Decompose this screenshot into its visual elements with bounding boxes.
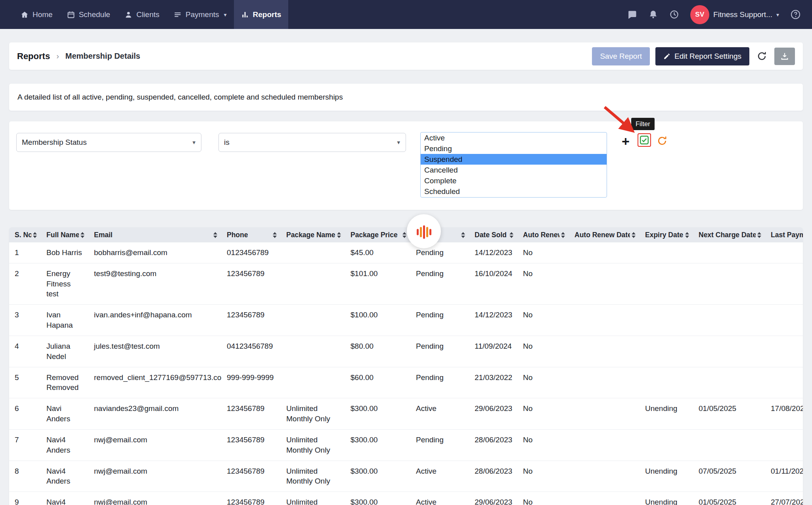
clock-icon[interactable] (669, 10, 679, 19)
table-cell: 29/06/2023 (469, 492, 517, 505)
column-header[interactable]: Auto Renew (517, 227, 569, 242)
table-cell: Pending (410, 336, 469, 367)
account-menu[interactable]: SV Fitness Support... ▾ (690, 5, 779, 24)
column-header[interactable]: Auto Renew Date (569, 227, 640, 242)
table-cell (765, 305, 803, 336)
top-nav: Home Schedule Clients Payments ▾ Reports… (0, 0, 812, 29)
nav-item-clients[interactable]: Clients (117, 0, 167, 29)
table-cell: $100.00 (345, 305, 410, 336)
add-filter-icon[interactable]: + (622, 134, 630, 148)
sort-icon[interactable] (685, 232, 689, 238)
chevron-down-icon: ▾ (224, 12, 226, 18)
filter-operator-select[interactable]: is ▾ (218, 133, 406, 152)
table-cell: 1 (9, 242, 41, 263)
edit-report-settings-button[interactable]: Edit Report Settings (655, 47, 749, 65)
column-header[interactable]: Full Name (41, 227, 88, 242)
sort-icon[interactable] (337, 232, 341, 238)
save-report-button[interactable]: Save Report (592, 47, 650, 65)
table-cell (693, 242, 765, 263)
table-cell: No (517, 492, 569, 505)
table-cell: 123456789 (221, 263, 281, 304)
column-header[interactable]: Date Sold (469, 227, 517, 242)
sort-icon[interactable] (402, 232, 406, 238)
status-listbox[interactable]: ActivePendingSuspendedCancelledCompleteS… (420, 132, 607, 198)
reset-filter-icon[interactable] (657, 135, 668, 146)
table-cell (693, 429, 765, 461)
table-cell: 01/11/2023 (765, 461, 803, 492)
table-cell: removed_client_1277169@597713.com (88, 367, 221, 398)
sort-icon[interactable] (461, 232, 465, 238)
column-label: Phone (227, 231, 248, 239)
table-cell: No (517, 305, 569, 336)
sort-icon[interactable] (632, 232, 636, 238)
chat-icon[interactable] (627, 10, 637, 20)
sort-icon[interactable] (33, 232, 37, 238)
table-cell: naviandes23@gmail.com (88, 398, 221, 430)
listbox-option[interactable]: Cancelled (421, 165, 607, 175)
column-header[interactable]: S. No. (9, 227, 41, 242)
table-cell (640, 429, 693, 461)
help-icon[interactable] (790, 9, 801, 20)
sort-icon[interactable] (757, 232, 761, 238)
listbox-option[interactable]: Active (421, 132, 607, 143)
column-header[interactable]: Expiry Date (640, 227, 693, 242)
table-cell: 11/09/2024 (469, 336, 517, 367)
column-header[interactable]: Next Charge Date (693, 227, 765, 242)
download-button[interactable] (774, 48, 795, 65)
payments-icon (174, 11, 182, 19)
table-cell: 29/06/2023 (469, 398, 517, 430)
column-label: Package Name (286, 231, 335, 239)
bell-icon[interactable] (648, 10, 658, 19)
table-cell (765, 367, 803, 398)
table-cell: Removed Removed (41, 367, 88, 398)
save-report-label: Save Report (600, 52, 642, 61)
home-icon (21, 11, 29, 19)
nav-item-home[interactable]: Home (13, 0, 60, 29)
table-cell (281, 242, 345, 263)
table-cell (640, 336, 693, 367)
filter-tooltip: Filter (631, 118, 655, 130)
edit-report-settings-label: Edit Report Settings (674, 52, 741, 61)
apply-filter-icon[interactable] (638, 133, 651, 147)
sort-icon[interactable] (509, 232, 513, 238)
breadcrumb-reports[interactable]: Reports (17, 51, 50, 61)
column-header[interactable]: Package Name (281, 227, 345, 242)
column-header[interactable]: Phone (221, 227, 281, 242)
listbox-option[interactable]: Suspended (421, 154, 607, 165)
nav-item-reports[interactable]: Reports (234, 0, 289, 29)
listbox-option[interactable]: Complete (421, 175, 607, 186)
table-cell: $300.00 (345, 398, 410, 430)
table-cell (569, 461, 640, 492)
column-header[interactable]: Last Payment (765, 227, 803, 242)
listbox-option[interactable]: Scheduled (421, 186, 607, 197)
table-cell: $300.00 (345, 461, 410, 492)
table-cell: Unending (640, 461, 693, 492)
table-cell: jules.test@test.com (88, 336, 221, 367)
nav-item-schedule[interactable]: Schedule (60, 0, 117, 29)
column-label: Auto Renew (523, 231, 559, 239)
sort-icon[interactable] (80, 232, 84, 238)
refresh-icon[interactable] (755, 51, 769, 61)
table-cell: Unending (640, 492, 693, 505)
sort-icon[interactable] (561, 232, 565, 238)
table-cell: Energy Fitness test (41, 263, 88, 304)
sort-icon[interactable] (213, 232, 217, 238)
chevron-down-icon: ▾ (776, 12, 779, 18)
table-cell (765, 429, 803, 461)
pencil-icon (663, 53, 670, 60)
column-header[interactable]: Email (88, 227, 221, 242)
table-body: 1Bob Harrisbobharris@email.com0123456789… (9, 242, 803, 505)
table-cell: No (517, 429, 569, 461)
table-header-row: S. No.Full NameEmailPhonePackage NamePac… (9, 227, 803, 242)
column-header[interactable]: Package Price (345, 227, 410, 242)
table-cell: 28/06/2023 (469, 429, 517, 461)
table-cell (281, 336, 345, 367)
filter-field-select[interactable]: Membership Status ▾ (16, 133, 201, 152)
sort-icon[interactable] (273, 232, 277, 238)
listbox-option[interactable]: Pending (421, 143, 607, 154)
nav-item-payments[interactable]: Payments ▾ (167, 0, 234, 29)
nav-item-label: Reports (253, 10, 282, 19)
table-cell: 123456789 (221, 429, 281, 461)
column-label: Last Payment (771, 231, 803, 239)
table-cell: 5 (9, 367, 41, 398)
